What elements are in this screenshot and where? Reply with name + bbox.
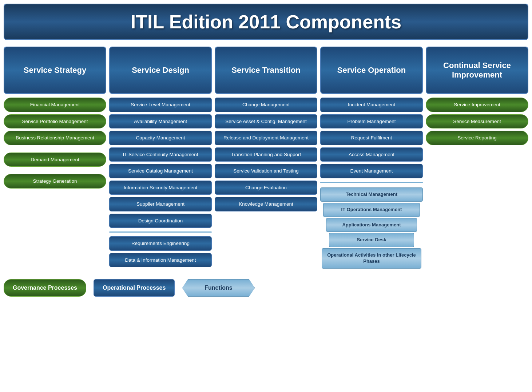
- divider: [320, 182, 423, 183]
- legend-row: Governance Processes Operational Process…: [4, 276, 528, 300]
- column-service-design: Service Design Service Level Management …: [109, 47, 212, 267]
- list-item: Service Portfolio Management: [4, 114, 106, 129]
- list-item: Applications Management: [326, 218, 417, 232]
- col-header-transition: Service Transition: [215, 47, 317, 94]
- divider: [109, 231, 212, 233]
- list-item: Strategy Generation: [4, 174, 106, 189]
- list-item: Service Level Management: [109, 98, 212, 112]
- list-item: Problem Management: [320, 114, 423, 129]
- list-item: Capacity Management: [109, 131, 212, 145]
- list-item: Demand Management: [4, 153, 106, 167]
- list-item: Service Validation and Testing: [215, 164, 317, 178]
- list-item: Information Security Management: [109, 181, 212, 195]
- legend-functions: Functions: [182, 279, 255, 297]
- col-header-csi: Continual Service Improvement: [426, 47, 528, 94]
- col-header-operation: Service Operation: [320, 47, 423, 94]
- list-item: Service Desk: [329, 233, 414, 247]
- list-item: Availability Management: [109, 114, 212, 129]
- list-item: IT Service Continuity Management: [109, 147, 212, 162]
- column-csi: Continual Service Improvement Service Im…: [426, 47, 528, 145]
- column-service-operation: Service Operation Incident Management Pr…: [320, 47, 423, 270]
- title-bar: ITIL Edition 2011 Components: [4, 4, 528, 40]
- functions-group: Technical Management IT Operations Manag…: [320, 187, 423, 270]
- list-item: Supplier Management: [109, 197, 212, 211]
- list-item: Change Evaluation: [215, 181, 317, 195]
- list-item: Operational Activities in other Lifecycl…: [322, 248, 421, 269]
- list-item: Request Fulfilment: [320, 131, 423, 145]
- col-header-design: Service Design: [109, 47, 212, 94]
- list-item: Requirements Engineering: [109, 236, 212, 251]
- list-item: Incident Management: [320, 98, 423, 112]
- list-item: Change Management: [215, 98, 317, 112]
- column-service-strategy: Service Strategy Financial Management Se…: [4, 47, 106, 189]
- list-item: Knowledge Management: [215, 197, 317, 211]
- list-item: Service Reporting: [426, 131, 528, 145]
- list-item: Service Asset & Config. Management: [215, 114, 317, 129]
- list-item: Business Relationship Management: [4, 131, 106, 145]
- list-item: Financial Management: [4, 98, 106, 112]
- list-item: Access Management: [320, 147, 423, 162]
- page-title: ITIL Edition 2011 Components: [15, 11, 517, 33]
- col-header-strategy: Service Strategy: [4, 47, 106, 94]
- columns-wrapper: Service Strategy Financial Management Se…: [4, 47, 528, 270]
- list-item: Service Improvement: [426, 98, 528, 112]
- list-item: Transition Planning and Support: [215, 147, 317, 162]
- list-item: Service Measurement: [426, 114, 528, 129]
- list-item: Technical Management: [320, 187, 423, 202]
- legend-governance: Governance Processes: [4, 279, 86, 297]
- column-service-transition: Service Transition Change Management Ser…: [215, 47, 317, 211]
- list-item: Design Coordination: [109, 214, 212, 228]
- list-item: Release and Deployment Management: [215, 131, 317, 145]
- list-item: Data & Information Management: [109, 253, 212, 268]
- list-item: Event Management: [320, 164, 423, 178]
- list-item: Service Catalog Management: [109, 164, 212, 178]
- list-item: IT Operations Management: [323, 203, 420, 217]
- legend-operational: Operational Processes: [94, 279, 175, 297]
